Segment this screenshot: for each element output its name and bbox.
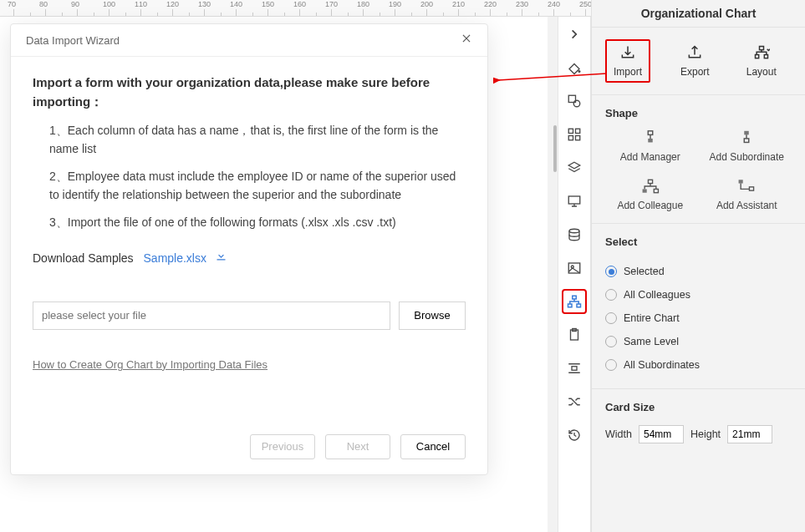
clipboard-icon[interactable]: [562, 322, 587, 347]
add-assistant-button[interactable]: Add Assistant: [699, 178, 796, 211]
svg-point-0: [578, 70, 581, 73]
svg-rect-5: [568, 136, 573, 140]
previous-button: Previous: [250, 434, 315, 459]
database-icon[interactable]: [562, 222, 587, 247]
step-2: 2、Employee data must include the employe…: [49, 167, 466, 205]
svg-rect-17: [759, 47, 763, 50]
add-colleague-label: Add Colleague: [617, 200, 683, 211]
ruler-tick: 100: [109, 9, 140, 16]
svg-rect-7: [568, 196, 580, 204]
select-all-colleagues-radio[interactable]: All Colleagues: [605, 283, 792, 307]
close-icon: [461, 33, 472, 44]
import-button[interactable]: Import: [605, 39, 650, 83]
svg-rect-20: [648, 131, 652, 135]
add-manager-button[interactable]: Add Manager: [602, 129, 699, 163]
ruler-tick: 110: [140, 9, 172, 16]
height-input[interactable]: [727, 425, 772, 443]
presentation-icon[interactable]: [562, 189, 587, 214]
svg-rect-11: [573, 296, 577, 299]
svg-rect-13: [577, 304, 581, 307]
svg-rect-3: [568, 129, 573, 133]
collapse-panel-button[interactable]: [562, 22, 587, 47]
import-label: Import: [614, 66, 642, 78]
right-icon-strip: [558, 17, 591, 532]
ruler-tick: 240: [553, 9, 585, 16]
select-entire-chart-radio[interactable]: Entire Chart: [605, 307, 792, 330]
add-subordinate-button[interactable]: Add Subordinate: [699, 129, 796, 163]
dialog-intro-text: Import a form with your organization dat…: [33, 73, 466, 111]
radio-icon: [605, 336, 617, 347]
radio-icon: [605, 289, 617, 301]
shape-grid: Add Manager Add Subordinate Add Colleagu…: [592, 126, 805, 224]
layers-icon[interactable]: [562, 155, 587, 180]
strip-handle[interactable]: [553, 125, 557, 172]
add-subordinate-label: Add Subordinate: [710, 151, 784, 163]
svg-rect-18: [755, 55, 758, 58]
svg-rect-28: [750, 187, 754, 190]
svg-rect-4: [576, 129, 580, 133]
radio-icon: [605, 359, 617, 371]
radio-label: Same Level: [624, 336, 679, 347]
next-button: Next: [325, 434, 390, 459]
svg-rect-24: [648, 180, 652, 183]
width-label: Width: [605, 428, 632, 440]
export-button[interactable]: Export: [674, 39, 716, 83]
add-assistant-icon: [736, 178, 757, 195]
width-input[interactable]: [639, 425, 684, 443]
properties-panel: Organizational Chart Import Export Layou…: [591, 0, 805, 532]
browse-button[interactable]: Browse: [399, 301, 466, 330]
radio-label: All Colleagues: [624, 289, 690, 301]
howto-link[interactable]: How to Create Org Chart by Importing Dat…: [33, 358, 267, 371]
dialog-footer: Previous Next Cancel: [11, 426, 487, 459]
fill-tool-icon[interactable]: [562, 55, 587, 80]
download-samples-row: Download Samples Sample.xlsx: [33, 250, 466, 265]
select-selected-radio[interactable]: Selected: [605, 260, 792, 283]
ruler-tick: 80: [45, 9, 77, 16]
settings-gear-icon[interactable]: [562, 89, 587, 114]
card-size-section: Width Height: [592, 420, 805, 455]
svg-point-2: [573, 100, 580, 107]
ruler-tick: 190: [395, 9, 426, 16]
history-icon[interactable]: [562, 423, 587, 448]
select-heading: Select: [592, 224, 805, 255]
download-icon[interactable]: [215, 251, 227, 265]
select-all-subordinates-radio[interactable]: All Subordinates: [605, 353, 792, 377]
data-import-wizard-dialog: Data Import Wizard Import a form with yo…: [10, 23, 488, 475]
radio-label: Selected: [624, 266, 665, 277]
image-icon[interactable]: [562, 256, 587, 281]
grid-icon[interactable]: [562, 122, 587, 147]
add-colleague-button[interactable]: Add Colleague: [602, 178, 699, 211]
panel-title: Organizational Chart: [592, 0, 805, 28]
svg-rect-25: [642, 189, 646, 192]
radio-label: Entire Chart: [624, 312, 680, 324]
step-1: 1、Each column of data has a name，that is…: [49, 121, 466, 159]
layout-icon: [753, 44, 770, 61]
radio-icon: [605, 312, 617, 324]
download-label: Download Samples: [33, 251, 134, 265]
export-label: Export: [680, 66, 710, 78]
svg-rect-23: [745, 139, 749, 143]
dialog-header: Data Import Wizard: [11, 24, 487, 57]
svg-point-8: [569, 229, 579, 233]
vertical-scrollbar-gutter[interactable]: [548, 17, 558, 532]
spacing-icon[interactable]: [562, 356, 587, 381]
ruler-tick: 170: [331, 9, 363, 16]
cancel-button[interactable]: Cancel: [400, 434, 466, 459]
org-chart-icon[interactable]: [562, 289, 587, 314]
ruler-tick: 180: [363, 9, 395, 16]
height-label: Height: [690, 428, 721, 440]
shuffle-icon[interactable]: [562, 389, 587, 414]
select-same-level-radio[interactable]: Same Level: [605, 330, 792, 353]
radio-label: All Subordinates: [624, 359, 700, 371]
ruler-tick: 90: [77, 9, 109, 16]
close-button[interactable]: [461, 33, 472, 48]
sample-link[interactable]: Sample.xlsx: [144, 251, 206, 265]
layout-button[interactable]: Layout: [740, 39, 783, 83]
card-size-heading: Card Size: [592, 389, 805, 420]
file-path-input[interactable]: [33, 301, 390, 330]
ruler-tick: 200: [426, 9, 458, 16]
ruler-tick: 210: [458, 9, 490, 16]
panel-actions-row: Import Export Layout: [592, 28, 805, 95]
dialog-step-list: 1、Each column of data has a name，that is…: [33, 121, 466, 231]
step-3: 3、Import the file of one of the followin…: [49, 213, 466, 231]
